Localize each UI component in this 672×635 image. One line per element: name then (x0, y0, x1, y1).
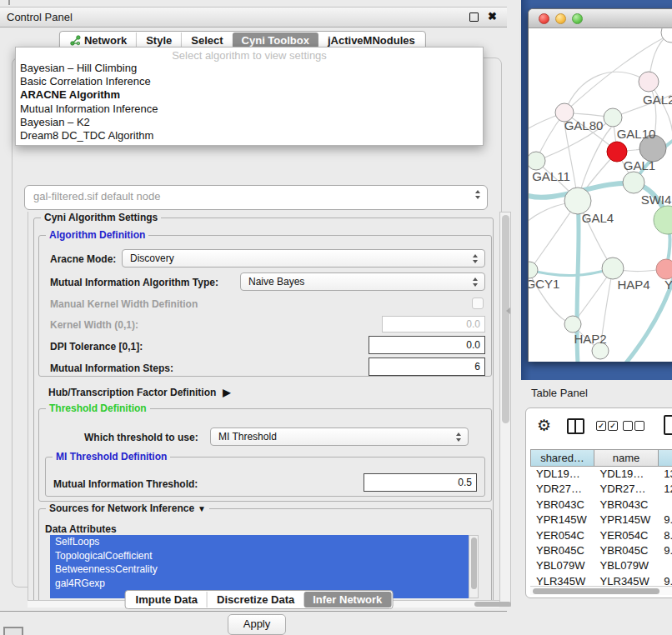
mi-steps-input[interactable]: 6 (369, 358, 485, 376)
table-row[interactable]: YBL079WYBL079W (530, 558, 672, 573)
hub-definition-toggle[interactable]: Hub/Transcription Factor Definition▶ (48, 387, 231, 398)
combo-spinner-icon (473, 277, 479, 288)
network-node-node-salmon[interactable] (656, 259, 672, 279)
dropdown-item[interactable]: Basic Correlation Inference (16, 75, 483, 88)
tab-discretize-data[interactable]: Discretize Data (207, 592, 303, 608)
scrollbar-thumb[interactable] (471, 538, 477, 589)
network-desktop-area: GAL2GAL80GAL10GAL1GAL11SWI4GAL4GCY1HAP4Y… (521, 0, 672, 380)
kernel-width-input[interactable]: 0.0 (382, 316, 485, 332)
data-attribute-item[interactable]: SelfLoops (50, 535, 469, 549)
column-header[interactable]: name (594, 449, 659, 467)
column-layout-icon[interactable] (567, 418, 584, 434)
node-label-HAP2: HAP2 (574, 332, 606, 346)
network-node-SWI4[interactable] (623, 172, 644, 193)
table-cell: 9. (658, 543, 672, 558)
deselect-all-checkbox-icon[interactable] (634, 421, 644, 431)
table-row[interactable]: YLR345WYLR345W9. (530, 574, 672, 586)
data-attribute-item[interactable]: BetweennessCentrality (50, 562, 469, 577)
dropdown-item[interactable]: ARACNE Algorithm (16, 88, 483, 102)
mi-threshold-input[interactable]: 0.5 (364, 473, 477, 492)
algorithm-dropdown-list: Bayesian – Hill ClimbingBasic Correlatio… (16, 62, 483, 142)
column-header[interactable]: shared… (530, 449, 594, 467)
network-table-combobox[interactable]: gal-filtered.sif default node (24, 185, 488, 210)
sources-title[interactable]: Sources for Network Inference▼ (46, 502, 209, 514)
network-node-node-biggreen[interactable] (654, 206, 672, 234)
dropdown-item[interactable]: Bayesian – K2 (16, 116, 483, 129)
dropdown-item[interactable]: Bayesian – Hill Climbing (16, 62, 483, 75)
network-edge[interactable] (529, 268, 613, 276)
close-icon[interactable]: ✖ (488, 10, 497, 22)
dropdown-item[interactable]: Dream8 DC_TDC Algorithm (16, 129, 483, 142)
mi-threshold-label: Mutual Information Threshold: (53, 478, 198, 490)
hub-definition-label: Hub/Transcription Factor Definition (48, 387, 216, 398)
scrollbar-thumb[interactable] (502, 215, 509, 423)
network-canvas[interactable]: GAL2GAL80GAL10GAL1GAL11SWI4GAL4GCY1HAP4Y… (529, 28, 672, 362)
table-row[interactable]: YER054CYER054C8. (530, 528, 672, 543)
data-attribute-item[interactable]: gal4RGexp (50, 577, 469, 591)
panel-splitter-toggle-icon[interactable] (506, 308, 510, 314)
window-edge-fragment (8, 0, 10, 5)
close-traffic-light-icon[interactable] (539, 13, 549, 24)
network-node-GAL2[interactable] (639, 72, 659, 92)
network-view-window[interactable]: GAL2GAL80GAL10GAL1GAL11SWI4GAL4GCY1HAP4Y… (528, 8, 672, 362)
table-row[interactable]: YPR145WYPR145W9. (530, 512, 672, 528)
table-row[interactable]: YBR043CYBR043C (530, 498, 672, 512)
tab-impute-data[interactable]: Impute Data (127, 592, 207, 608)
table-cell: YDL19… (594, 467, 659, 482)
control-panel-title: Control Panel (7, 11, 73, 23)
manual-kernel-checkbox[interactable] (472, 298, 484, 309)
dropdown-item[interactable]: Mutual Information Inference (16, 102, 483, 116)
table-row[interactable]: YDR27…YDR27…12… (530, 482, 672, 497)
tab-infer-network[interactable]: Infer Network (303, 592, 391, 608)
zoom-traffic-light-icon[interactable] (572, 13, 583, 24)
settings-vertical-scrollbar[interactable] (499, 212, 511, 607)
network-window-titlebar[interactable] (529, 9, 672, 28)
select-all-checkbox-icon[interactable]: ✓ (608, 421, 618, 431)
apply-button[interactable]: Apply (228, 614, 286, 635)
table-panel-title: Table Panel (531, 387, 588, 399)
scrollbar-thumb[interactable] (474, 602, 511, 607)
table-cell: YDR27… (594, 482, 659, 497)
dpi-tolerance-input[interactable]: 0.0 (369, 336, 485, 354)
table-cell: 8. (658, 528, 672, 543)
cyni-algorithm-settings-title: Cyni Algorithm Settings (41, 212, 161, 223)
mi-type-combobox[interactable]: Naive Bayes (240, 272, 485, 291)
network-node-GCY1[interactable] (529, 262, 538, 278)
manual-kernel-label: Manual Kernel Width Definition (50, 298, 198, 310)
tab-label: Impute Data (136, 592, 198, 608)
aracne-mode-label: Aracne Mode: (50, 253, 116, 265)
float-window-icon[interactable] (469, 12, 479, 22)
select-all-checkbox-icon[interactable]: ✓ (596, 421, 606, 431)
which-threshold-label: Which threshold to use: (84, 432, 198, 443)
node-label-node-salmon: Y (664, 278, 672, 292)
network-node-GAL11[interactable] (529, 152, 545, 170)
table-horizontal-scrollbar[interactable] (530, 586, 672, 595)
network-node-HAP2[interactable] (564, 316, 581, 332)
data-attributes-label: Data Attributes (45, 523, 117, 535)
data-attributes-scrollbar[interactable] (469, 535, 479, 598)
network-graph: GAL2GAL80GAL10GAL1GAL11SWI4GAL4GCY1HAP4Y… (529, 28, 672, 362)
combo-spinner-icon (475, 189, 481, 200)
which-threshold-combobox[interactable]: MI Threshold (210, 428, 469, 446)
data-attributes-list[interactable]: SelfLoopsTopologicalCoefficientBetweenne… (50, 535, 469, 598)
network-edge[interactable] (564, 72, 649, 112)
table-cell: YLR345W (530, 574, 594, 586)
data-attribute-item[interactable]: TopologicalCoefficient (50, 549, 469, 563)
minimize-traffic-light-icon[interactable] (555, 13, 566, 24)
network-node-GAL10[interactable] (604, 108, 622, 127)
table-cell: 13… (658, 467, 672, 482)
algorithm-dropdown-placeholder: Select algorithm to view settings (16, 48, 483, 62)
table-cell (658, 498, 672, 512)
table-row[interactable]: YBR045CYBR045C9. (530, 543, 672, 558)
new-table-icon[interactable] (664, 415, 672, 435)
expand-right-icon: ▶ (223, 387, 230, 398)
aracne-mode-combobox[interactable]: Discovery (122, 249, 485, 268)
column-header[interactable] (659, 449, 672, 467)
scrollbar-thumb[interactable] (533, 588, 659, 594)
node-label-HAP4: HAP4 (617, 278, 649, 292)
network-node-HAP4[interactable] (602, 258, 624, 279)
bottom-left-button-fragment[interactable] (3, 627, 23, 635)
deselect-all-checkbox-icon[interactable] (623, 421, 633, 431)
table-settings-gear-icon[interactable]: ⚙ (537, 416, 551, 435)
table-row[interactable]: YDL19…YDL19…13… (530, 467, 672, 482)
